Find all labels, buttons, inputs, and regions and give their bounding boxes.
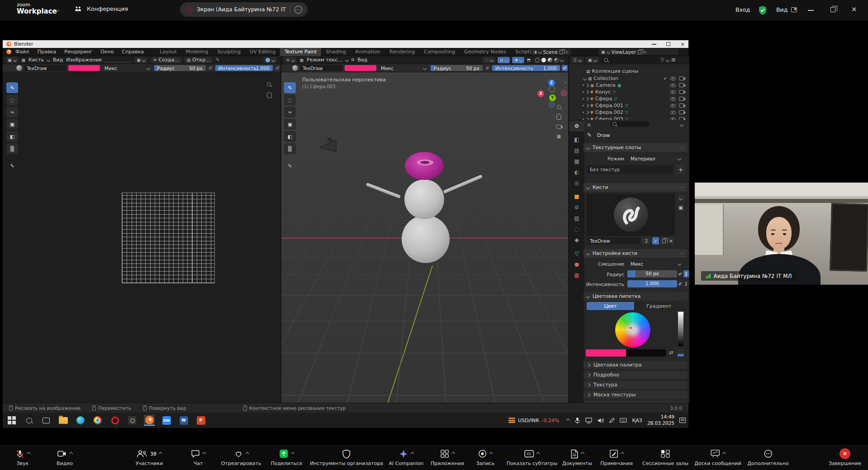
gizmo-x-axis[interactable]: X [537, 90, 544, 97]
share-screen-button[interactable]: Поделиться [270, 449, 302, 466]
brush-image-button[interactable]: ▣ [677, 204, 684, 211]
tool-smear[interactable]: ≈ [284, 107, 296, 118]
pressure-icon[interactable]: ✐ [562, 65, 568, 71]
workspace-texture-paint[interactable]: Texture Paint [280, 48, 321, 56]
menu-edit[interactable]: Правка [33, 49, 60, 55]
breakout-rooms-button[interactable]: Сессионные залы [642, 449, 688, 466]
color-wheel[interactable] [615, 312, 650, 348]
workspace-compositing[interactable]: Compositing [419, 48, 460, 56]
share-options-icon[interactable]: ⋯ [294, 6, 302, 14]
start-button[interactable] [6, 415, 17, 426]
chevron-up-icon[interactable] [410, 452, 414, 456]
tray-expand-icon[interactable] [566, 418, 570, 422]
tool-soften[interactable]: ◌ [6, 94, 18, 105]
tool-draw[interactable]: ✎ [284, 82, 296, 93]
end-meeting-button[interactable]: ✕ Завершение [829, 449, 861, 466]
chrome-browser-icon[interactable] [92, 415, 103, 426]
chevron-up-icon[interactable] [245, 452, 249, 456]
tab-render[interactable]: ◧ [569, 134, 584, 145]
chevron-up-icon[interactable] [536, 452, 540, 456]
overlays-icon[interactable]: ⬒ [526, 58, 531, 62]
ai-companion-button[interactable]: AI Companion [389, 449, 424, 466]
disable-render-icon[interactable] [679, 103, 684, 108]
view-layout-icon[interactable] [791, 7, 797, 12]
snap-toggle[interactable]: ∪ [498, 57, 510, 63]
tool-clone[interactable]: ▣ [284, 119, 296, 130]
panel-collapse-arrow[interactable]: ‹ [564, 80, 566, 85]
pan-hand-icon[interactable] [267, 92, 272, 98]
section-color-picker[interactable]: Цветовая пипетка [583, 292, 688, 301]
opera-browser-icon[interactable] [109, 415, 120, 426]
add-texture-slot-button[interactable]: + [676, 165, 685, 174]
blend-mode-dropdown[interactable]: Микс [102, 65, 152, 71]
snowman-middle-sphere[interactable] [404, 179, 444, 219]
pan-hand-icon[interactable] [556, 114, 561, 120]
filter-id-button[interactable]: ▣ [586, 57, 599, 63]
radius-slider[interactable]: 50 px [627, 270, 677, 277]
tool-fill[interactable]: ◧ [284, 131, 296, 142]
zoom-icon[interactable] [557, 105, 561, 109]
outliner-row-sphere-003[interactable]: ▼ Сфера.003 ▽ [569, 116, 689, 120]
shading-wireframe-icon[interactable] [535, 58, 540, 62]
tab-physics[interactable]: ◌ [569, 224, 584, 235]
tool-draw[interactable]: ✎ [6, 82, 18, 93]
workspace-modeling[interactable]: Modeling [181, 48, 213, 56]
pressure-icon[interactable]: ✐ [484, 65, 490, 71]
expander-icon[interactable] [585, 90, 589, 94]
hide-eye-icon[interactable] [670, 84, 676, 87]
checkbox-icon[interactable]: ✓ [664, 76, 667, 81]
brush-users-count[interactable]: 2 [642, 237, 651, 244]
tab-texture[interactable]: ▩ [569, 270, 584, 281]
video-button[interactable]: Видео [57, 449, 73, 466]
brush-color-swatch[interactable] [345, 65, 376, 71]
workspace-animation[interactable]: Animation [351, 48, 385, 56]
mask-display-button[interactable] [263, 57, 277, 63]
brush-icon[interactable] [292, 65, 298, 71]
tray-network-icon[interactable] [585, 418, 592, 423]
brush-name-field[interactable]: TexDraw [587, 237, 640, 244]
foreground-color-swatch[interactable] [586, 349, 626, 357]
section-menu-icon[interactable]: ⋯ [680, 251, 684, 256]
action-center-icon[interactable] [679, 418, 686, 423]
audio-button[interactable]: Звук [15, 449, 30, 466]
image-browse-button[interactable]: ▣ [134, 57, 147, 63]
unified-radius-toggle[interactable]: ↧ [683, 270, 689, 277]
gizmo-y-negative[interactable] [549, 102, 555, 108]
tab-object[interactable]: ■ [569, 191, 584, 202]
task-view-button[interactable] [41, 415, 52, 426]
fake-user-shield-toggle[interactable]: ✓ [652, 237, 659, 244]
visibility-dropdown[interactable]: ◌ [483, 57, 495, 63]
webcam-video[interactable]: Аида Байтурина №72 IT МЛ [695, 183, 868, 285]
radius-slider[interactable]: Радиус50 px [431, 65, 483, 71]
filter-funnel-icon[interactable]: ▽ [661, 57, 664, 62]
blender-close-button[interactable]: × [680, 41, 685, 47]
zoom-icon[interactable] [267, 82, 271, 86]
mode-select[interactable]: Режим текс... [307, 57, 342, 63]
react-button[interactable]: Отреагировать [221, 449, 261, 466]
menu-help[interactable]: Справка [118, 49, 148, 55]
tool-mask[interactable]: ▒ [6, 143, 18, 154]
section-brushes[interactable]: Кисти ⋯ [583, 183, 688, 192]
section-menu-icon[interactable]: ⋯ [680, 145, 684, 150]
expander-icon[interactable] [585, 97, 589, 100]
pin-icon[interactable]: ✎ [215, 57, 219, 63]
apps-button[interactable]: Приложения [431, 449, 464, 466]
hide-eye-icon[interactable] [670, 111, 676, 114]
tab-world[interactable]: ◎ [569, 178, 584, 188]
brush-name-field[interactable]: TexDraw [24, 65, 67, 71]
outliner-row-sphere[interactable]: ▼ Сфера ▽ [569, 95, 689, 102]
brush-list-chevron-button[interactable] [677, 195, 684, 202]
snowman-right-arm[interactable] [443, 174, 483, 193]
section-color-palette[interactable]: Цветовая палитра [583, 361, 688, 369]
color-mode-icon[interactable] [678, 349, 684, 357]
disable-render-icon[interactable] [679, 110, 684, 114]
unlink-brush-button[interactable]: ✕ [668, 237, 674, 244]
workspace-layout[interactable]: Layout [155, 48, 181, 56]
chevron-up-icon[interactable] [202, 452, 206, 456]
expander-icon[interactable] [583, 76, 587, 80]
tab-modifiers[interactable]: ⚙ [569, 202, 584, 213]
paint-mode-select[interactable]: Кисть [28, 57, 44, 63]
tool-clone[interactable]: ▣ [6, 119, 18, 130]
tab-particles[interactable]: ▨ [569, 213, 584, 224]
duplicate-brush-button[interactable] [660, 237, 667, 244]
